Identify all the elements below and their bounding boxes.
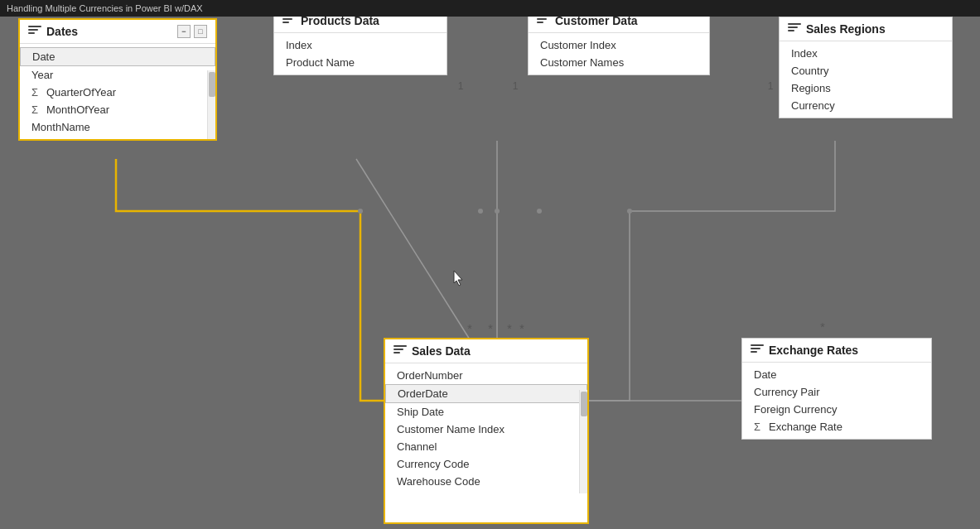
row-label: Ship Date <box>397 406 444 418</box>
exchange-rates-table: Exchange Rates Date Currency Pair Foreig… <box>741 338 932 440</box>
exchange-rates-body: Date Currency Pair Foreign Currency Σ Ex… <box>742 363 931 439</box>
scrollbar-thumb <box>209 72 215 97</box>
svg-point-12 <box>478 209 483 214</box>
row-label: Year <box>31 69 53 81</box>
row-label: Country <box>791 65 829 77</box>
sales-data-table-header: Sales Data <box>385 339 587 363</box>
svg-text:*: * <box>519 322 524 335</box>
svg-line-0 <box>356 159 470 339</box>
table-row[interactable]: OrderDate <box>385 384 587 403</box>
svg-point-11 <box>358 209 363 214</box>
sales-regions-body: Index Country Regions Currency <box>780 41 952 118</box>
sales-regions-table: Sales Regions Index Country Regions Curr… <box>779 17 953 118</box>
sales-data-table: Sales Data OrderNumber OrderDate Ship Da… <box>384 338 589 524</box>
row-label: Date <box>754 368 776 381</box>
row-label: Currency Code <box>397 458 469 470</box>
sales-regions-table-header: Sales Regions <box>780 17 952 41</box>
row-label: Customer Name Index <box>397 423 504 435</box>
scrollbar-thumb <box>581 392 587 416</box>
row-label: Customer Names <box>540 56 624 69</box>
table-icon <box>28 26 41 37</box>
sigma-icon: Σ <box>31 103 43 116</box>
table-row[interactable]: Product Name <box>274 54 447 71</box>
sigma-icon: Σ <box>754 421 765 433</box>
table-icon <box>788 23 801 35</box>
dates-table-header: Dates − □ <box>20 20 215 44</box>
svg-text:1: 1 <box>458 80 464 92</box>
table-row[interactable]: Channel <box>385 438 587 455</box>
table-icon <box>537 15 550 26</box>
table-row[interactable]: Country <box>780 62 952 79</box>
table-row[interactable]: Σ MonthOfYear <box>20 101 215 118</box>
cursor <box>453 270 463 285</box>
title-bar-text: Handling Multiple Currencies in Power BI… <box>7 3 203 13</box>
row-label: Customer Index <box>540 39 616 51</box>
table-row[interactable]: Customer Index <box>529 36 709 54</box>
exchange-rates-title: Exchange Rates <box>769 344 858 357</box>
table-icon <box>393 345 407 357</box>
sales-data-scrollbar[interactable] <box>579 390 587 493</box>
row-label: Currency <box>791 99 835 112</box>
svg-point-13 <box>495 209 500 214</box>
table-icon <box>751 344 764 356</box>
row-label: OrderNumber <box>397 369 462 382</box>
row-label: QuarterOfYear <box>46 86 116 99</box>
table-row[interactable]: Index <box>274 36 447 54</box>
row-label: OrderDate <box>398 387 448 400</box>
svg-text:*: * <box>488 322 493 335</box>
row-label: Index <box>791 47 818 60</box>
svg-text:*: * <box>820 320 825 334</box>
svg-text:*: * <box>467 322 472 335</box>
table-icon <box>282 15 296 26</box>
svg-text:1: 1 <box>768 80 774 92</box>
sigma-icon: Σ <box>31 86 43 99</box>
table-row[interactable]: Σ Exchange Rate <box>742 418 931 435</box>
dates-header-actions[interactable]: − □ <box>177 25 207 38</box>
sales-data-body: OrderNumber OrderDate Ship Date Customer… <box>385 363 587 493</box>
table-row[interactable]: Date <box>20 47 215 66</box>
title-bar: Handling Multiple Currencies in Power BI… <box>0 0 980 17</box>
row-label: Foreign Currency <box>754 403 837 416</box>
dates-expand-btn[interactable]: □ <box>194 25 207 38</box>
table-row[interactable]: Regions <box>780 79 952 97</box>
row-label: Warehouse Code <box>397 475 480 488</box>
row-label: Date <box>32 50 55 63</box>
svg-point-14 <box>627 209 632 214</box>
table-row[interactable]: Customer Name Index <box>385 421 587 438</box>
table-row[interactable]: Currency Pair <box>742 383 931 401</box>
sales-data-title: Sales Data <box>412 344 471 358</box>
row-label: MonthOfYear <box>46 103 109 116</box>
products-data-body: Index Product Name <box>274 33 447 75</box>
row-label: Currency Pair <box>754 386 819 398</box>
dates-scrollbar[interactable] <box>207 70 215 139</box>
products-data-table: Products Data Index Product Name <box>273 8 447 75</box>
row-label: Regions <box>791 82 831 94</box>
svg-marker-16 <box>454 271 462 286</box>
table-row[interactable]: Date <box>742 366 931 383</box>
table-row[interactable]: Σ QuarterOfYear <box>20 84 215 101</box>
table-row[interactable]: Foreign Currency <box>742 401 931 418</box>
table-row[interactable]: OrderNumber <box>385 367 587 384</box>
dates-collapse-btn[interactable]: − <box>177 25 191 38</box>
svg-point-15 <box>537 209 542 214</box>
customer-data-table: Customer Data Customer Index Customer Na… <box>528 8 710 75</box>
table-row[interactable]: Year <box>20 66 215 84</box>
dates-table-body: Date Year Σ QuarterOfYear Σ MonthOfYear … <box>20 44 215 139</box>
sales-regions-title: Sales Regions <box>806 22 886 36</box>
table-row[interactable]: Currency <box>780 97 952 114</box>
row-label: Exchange Rate <box>769 421 842 433</box>
row-label: Channel <box>397 440 437 453</box>
dates-table-title: Dates <box>46 25 78 38</box>
table-row[interactable]: Warehouse Code <box>385 473 587 490</box>
dates-table: Dates − □ Date Year Σ QuarterOfYear Σ Mo… <box>18 18 217 141</box>
exchange-rates-table-header: Exchange Rates <box>742 339 931 363</box>
table-row[interactable]: Currency Code <box>385 455 587 473</box>
row-label: Product Name <box>286 56 355 69</box>
table-row[interactable]: Ship Date <box>385 403 587 421</box>
table-row[interactable]: Index <box>780 45 952 62</box>
row-label: Index <box>286 39 312 51</box>
table-row[interactable]: Customer Names <box>529 54 709 71</box>
table-row[interactable]: MonthName <box>20 118 215 136</box>
svg-text:*: * <box>507 322 512 335</box>
row-label: MonthName <box>31 121 90 133</box>
